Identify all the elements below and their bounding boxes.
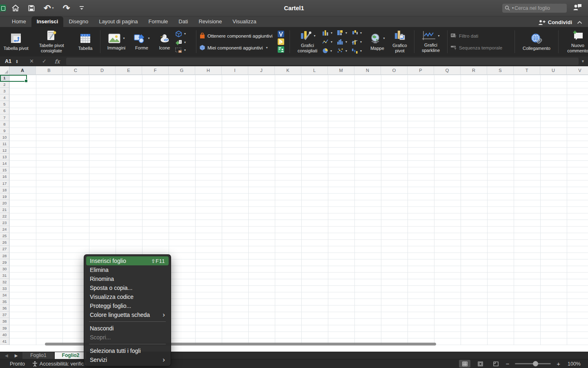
ribbon-tab-dati[interactable]: Dati xyxy=(173,16,193,27)
sheet-tab-foglio1[interactable]: Foglio1 xyxy=(22,352,55,359)
menu-item-servizi[interactable]: Servizi› xyxy=(86,355,169,364)
menu-item-elimina[interactable]: Elimina xyxy=(86,265,169,274)
search-box[interactable]: ▾ xyxy=(502,4,567,13)
row-header-32[interactable]: 32 xyxy=(0,279,9,285)
column-header-d[interactable]: D xyxy=(89,66,116,74)
name-box-stepper[interactable]: ▲▼ xyxy=(16,59,18,63)
cancel-entry-icon[interactable]: ✕ xyxy=(29,58,34,64)
row-header-24[interactable]: 24 xyxy=(0,226,9,233)
search-input[interactable] xyxy=(514,5,560,11)
home-icon[interactable] xyxy=(12,4,19,11)
my-addins-button[interactable]: Miei componenti aggiuntivi ▾ xyxy=(199,44,278,51)
save-icon[interactable] xyxy=(28,5,35,11)
hierarchy-chart-button[interactable]: ▾ xyxy=(352,30,366,36)
collapse-ribbon-icon[interactable] xyxy=(577,21,582,24)
row-header-38[interactable]: 38 xyxy=(0,318,9,325)
row-header-15[interactable]: 15 xyxy=(0,167,9,173)
row-header-12[interactable]: 12 xyxy=(0,147,9,154)
ribbon-tab-visualizza[interactable]: Visualizza xyxy=(227,16,261,27)
zoom-in-icon[interactable]: + xyxy=(557,360,560,367)
column-header-o[interactable]: O xyxy=(381,66,408,74)
column-header-t[interactable]: T xyxy=(514,66,540,74)
column-header-a[interactable]: A xyxy=(9,66,36,74)
row-header-31[interactable]: 31 xyxy=(0,272,9,279)
column-header-l[interactable]: L xyxy=(301,66,328,74)
row-header-10[interactable]: 10 xyxy=(0,134,9,141)
histogram-chart-button[interactable]: ▾ xyxy=(337,39,352,45)
formula-bar-expand-icon[interactable]: ▼ xyxy=(581,59,588,63)
row-header-17[interactable]: 17 xyxy=(0,180,9,187)
table-button[interactable]: Tabella xyxy=(74,28,97,55)
row-header-29[interactable]: 29 xyxy=(0,259,9,266)
ribbon-tab-layout-di-pagina[interactable]: Layout di pagina xyxy=(94,16,143,27)
ribbon-tab-home[interactable]: Home xyxy=(7,16,31,27)
ribbon-tab-revisione[interactable]: Revisione xyxy=(193,16,227,27)
shapes-button[interactable]: ▾ Forme xyxy=(129,28,154,55)
3d-models-button[interactable]: ▾ xyxy=(175,31,193,37)
sparklines-button[interactable]: ▾ Grafici sparkline xyxy=(417,28,444,55)
combo-chart-button[interactable]: ▾ xyxy=(352,39,366,45)
share-button[interactable]: Condividi xyxy=(538,19,572,25)
row-header-35[interactable]: 35 xyxy=(0,298,9,305)
pivot-table-button[interactable]: Tabella pivot xyxy=(2,28,29,55)
row-header-13[interactable]: 13 xyxy=(0,154,9,160)
row-header-37[interactable]: 37 xyxy=(0,312,9,318)
row-header-6[interactable]: 6 xyxy=(0,108,9,114)
column-header-c[interactable]: C xyxy=(62,66,89,74)
bar-chart-button[interactable]: ▾ xyxy=(337,30,352,36)
row-header-9[interactable]: 9 xyxy=(0,128,9,134)
customize-toolbar-button[interactable] xyxy=(79,6,85,11)
insert-function-icon[interactable]: fx xyxy=(55,58,60,65)
column-header-r[interactable]: R xyxy=(461,66,487,74)
row-header-33[interactable]: 33 xyxy=(0,285,9,292)
zoom-slider[interactable] xyxy=(515,363,551,364)
row-header-20[interactable]: 20 xyxy=(0,200,9,206)
column-header-n[interactable]: N xyxy=(354,66,381,74)
menu-item-seleziona-tutti-i-fogli[interactable]: Seleziona tutti i fogli xyxy=(86,346,169,355)
row-header-36[interactable]: 36 xyxy=(0,305,9,312)
row-header-7[interactable]: 7 xyxy=(0,114,9,121)
redo-button[interactable]: ↷ xyxy=(63,4,70,12)
menu-item-nascondi[interactable]: Nascondi xyxy=(86,324,169,333)
column-chart-button[interactable]: ▾ xyxy=(322,30,337,36)
user-chat-icon[interactable] xyxy=(572,3,582,13)
scatter-chart-button[interactable]: ▾ xyxy=(337,48,352,54)
waterfall-chart-button[interactable]: ▾ xyxy=(352,48,366,54)
row-header-3[interactable]: 3 xyxy=(0,88,9,94)
zoom-out-icon[interactable]: − xyxy=(506,360,509,367)
menu-item-inserisci-foglio[interactable]: Inserisci foglio⇧F11 xyxy=(86,256,169,265)
row-header-27[interactable]: 27 xyxy=(0,246,9,252)
row-header-25[interactable]: 25 xyxy=(0,233,9,239)
line-chart-button[interactable]: ▾ xyxy=(322,39,337,45)
column-header-i[interactable]: I xyxy=(222,66,248,74)
column-header-h[interactable]: H xyxy=(195,66,222,74)
get-addins-button[interactable]: Ottenere componenti aggiuntivi xyxy=(199,32,278,39)
name-box[interactable]: A1 ▲▼ xyxy=(0,56,25,66)
ribbon-tab-disegno[interactable]: Disegno xyxy=(63,16,94,27)
column-header-v[interactable]: V xyxy=(567,66,588,74)
undo-button[interactable]: ↶▾ xyxy=(44,4,54,12)
row-header-40[interactable]: 40 xyxy=(0,332,9,338)
menu-item-scopri[interactable]: Scopri... xyxy=(86,333,169,342)
menu-item-proteggi-foglio[interactable]: Proteggi foglio... xyxy=(86,301,169,310)
row-header-2[interactable]: 2 xyxy=(0,81,9,88)
link-button[interactable]: Collegamento xyxy=(518,28,555,55)
row-header-14[interactable]: 14 xyxy=(0,160,9,167)
people-graph-icon[interactable] xyxy=(278,46,284,53)
column-header-m[interactable]: M xyxy=(328,66,354,74)
row-header-41[interactable]: 41 xyxy=(0,338,9,345)
formula-input[interactable] xyxy=(66,58,579,65)
images-button[interactable]: ▾ Immagini xyxy=(103,28,129,55)
column-header-e[interactable]: E xyxy=(116,66,142,74)
row-header-5[interactable]: 5 xyxy=(0,101,9,108)
row-header-16[interactable]: 16 xyxy=(0,173,9,180)
pivot-chart-button[interactable]: Grafico pivot xyxy=(388,28,411,55)
menu-item-rinomina[interactable]: Rinomina xyxy=(86,274,169,283)
menu-item-visualizza-codice[interactable]: Visualizza codice xyxy=(86,292,169,301)
column-header-j[interactable]: J xyxy=(248,66,275,74)
ribbon-tab-formule[interactable]: Formule xyxy=(143,16,174,27)
row-header-19[interactable]: 19 xyxy=(0,193,9,200)
row-header-39[interactable]: 39 xyxy=(0,325,9,332)
new-comment-button[interactable]: Nuovo commento xyxy=(561,28,588,55)
page-break-view-button[interactable] xyxy=(490,360,501,368)
